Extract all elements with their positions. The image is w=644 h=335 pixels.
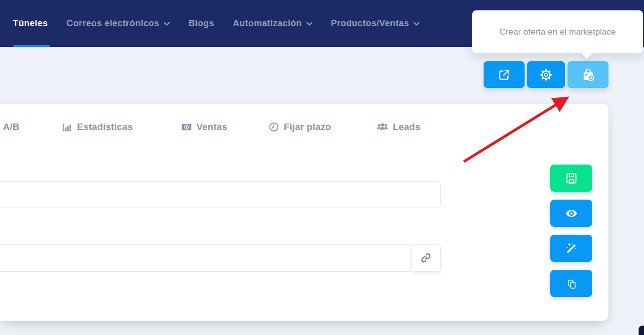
customize-button[interactable] <box>550 235 592 262</box>
tooltip-caret <box>581 47 593 59</box>
open-funnel-button[interactable] <box>484 61 525 88</box>
banknote-icon <box>181 121 192 133</box>
marketplace-offer-button[interactable] <box>568 61 608 88</box>
nav-item-tuneles[interactable]: Túneles <box>13 18 48 29</box>
tab-ab-test[interactable]: A/B <box>3 121 19 133</box>
funnel-url-input[interactable] <box>0 244 414 272</box>
nav-item-label: Correos electrónicos <box>67 18 159 29</box>
bottom-right-widget-corner <box>639 326 644 335</box>
bar-chart-icon <box>61 121 73 133</box>
duplicate-icon <box>565 277 578 290</box>
gear-icon <box>539 68 553 82</box>
nav-item-label: Blogs <box>189 18 214 29</box>
funnel-settings-card: A/B Estadísticas Ventas Fijar plazo <box>0 104 608 321</box>
chevron-down-icon <box>414 22 419 26</box>
tooltip-text: Crear oferta en el marketplace <box>499 27 616 37</box>
nav-item-automatizacion[interactable]: Automatización <box>233 18 312 29</box>
copy-link-button[interactable] <box>411 244 441 272</box>
bag-percent-icon <box>581 67 596 82</box>
chevron-down-icon <box>164 22 170 26</box>
magic-wand-icon <box>565 242 578 255</box>
clock-icon <box>268 121 280 133</box>
preview-button[interactable] <box>550 200 592 227</box>
funnel-name-input[interactable] <box>0 181 441 208</box>
nav-item-label: Productos/Ventas <box>331 18 409 29</box>
link-icon <box>420 252 432 264</box>
nav-item-blogs[interactable]: Blogs <box>189 18 214 29</box>
save-button[interactable] <box>550 165 592 192</box>
tab-ventas[interactable]: Ventas <box>181 121 227 133</box>
save-icon <box>565 172 578 185</box>
users-icon <box>376 121 389 133</box>
settings-button[interactable] <box>527 61 565 88</box>
nav-item-label: Túneles <box>13 18 48 29</box>
tab-label: A/B <box>3 122 19 132</box>
tooltip-marketplace: Crear oferta en el marketplace <box>472 10 643 53</box>
eye-icon <box>565 207 578 220</box>
tab-fijar-plazo[interactable]: Fijar plazo <box>268 121 331 133</box>
duplicate-button[interactable] <box>550 270 592 297</box>
tab-label: Ventas <box>196 122 227 132</box>
tab-label: Estadísticas <box>77 122 133 132</box>
nav-item-correos[interactable]: Correos electrónicos <box>67 18 170 29</box>
tab-leads[interactable]: Leads <box>376 121 420 133</box>
nav-item-productos-ventas[interactable]: Productos/Ventas <box>331 18 419 29</box>
external-link-icon <box>497 68 511 82</box>
tab-estadisticas[interactable]: Estadísticas <box>61 121 133 133</box>
active-tab-indicator <box>13 45 50 47</box>
chevron-down-icon <box>306 22 312 26</box>
nav-item-label: Automatización <box>233 18 302 29</box>
tab-label: Leads <box>393 122 420 132</box>
tab-label: Fijar plazo <box>284 122 331 132</box>
